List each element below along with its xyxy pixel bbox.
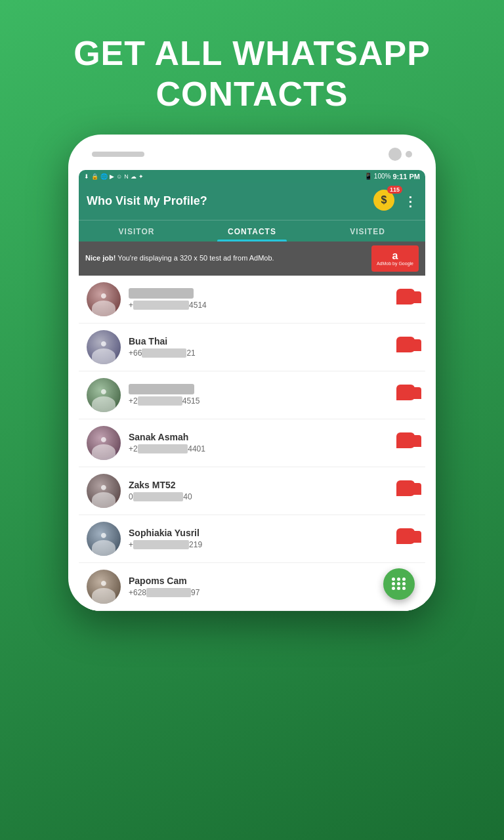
coin-badge[interactable]: $ 115 <box>373 190 397 213</box>
status-time: 9:11 PM <box>392 173 420 180</box>
contact-phone: +██████████4514 <box>129 301 388 310</box>
dial-dot <box>402 578 406 581</box>
bubble-icon <box>396 337 415 352</box>
status-icon-5: ☺ <box>116 173 122 180</box>
chat-icon[interactable] <box>396 432 417 453</box>
contact-info: · Unknown · F · +██████████4514 <box>129 288 388 310</box>
bubble-icon <box>396 385 415 400</box>
tab-contacts-label: CONTACTS <box>228 227 276 236</box>
status-icon-8: ✦ <box>138 173 144 180</box>
avatar-person <box>87 426 121 460</box>
avatar <box>87 570 121 604</box>
status-icon-2: 🔒 <box>91 173 98 180</box>
avatar <box>87 426 121 460</box>
toolbar-right: $ 115 ⋮ <box>373 190 417 213</box>
chat-icon[interactable] <box>396 385 417 406</box>
avatar-person <box>87 330 121 364</box>
bubble-icon <box>396 480 415 496</box>
tab-contacts[interactable]: CONTACTS <box>194 220 310 242</box>
list-item[interactable]: Sanak Asmah +2█████████4401 <box>79 419 425 467</box>
list-item[interactable]: Papoms Cam +628████████97 <box>79 563 425 611</box>
dial-dot <box>397 582 400 585</box>
list-item[interactable]: Sophiakia Yusril +██████████219 <box>79 515 425 563</box>
contact-phone: +628████████97 <box>129 588 388 597</box>
bubble-icon <box>396 432 415 448</box>
contact-name: Papoms Cam <box>129 576 388 586</box>
admob-logo: a AdMob by Google <box>371 245 419 272</box>
status-right: 📱 100% 9:11 PM <box>364 173 420 180</box>
contact-phone: 0█████████40 <box>129 492 388 501</box>
list-item[interactable]: Zaks MT52 0█████████40 <box>79 467 425 515</box>
contact-info: Bua Thai +66████████21 <box>129 336 388 358</box>
contact-name: · Unknown · F · <box>129 288 388 299</box>
screen: ⬇ 🔒 🌐 ▶ ☺ N ☁ ✦ 📱 100% 9:11 PM Who Visit… <box>79 170 425 611</box>
phone-mockup: ⬇ 🔒 🌐 ▶ ☺ N ☁ ✦ 📱 100% 9:11 PM Who Visit… <box>68 135 436 611</box>
avatar <box>87 378 121 412</box>
admob-letter: a <box>392 251 398 261</box>
more-menu-button[interactable]: ⋮ <box>404 194 417 209</box>
dial-dot <box>402 582 406 585</box>
headline-line2: CONTACTS <box>156 75 348 113</box>
phone-speaker <box>92 152 144 157</box>
avatar <box>87 330 121 364</box>
chat-icon[interactable] <box>396 480 417 501</box>
status-bar: ⬇ 🔒 🌐 ▶ ☺ N ☁ ✦ 📱 100% 9:11 PM <box>79 170 425 183</box>
ad-text: Nice job! You're displaying a 320 x 50 t… <box>85 253 366 263</box>
contact-info: · Unknown · B · +2████████4515 <box>129 384 388 406</box>
app-title: Who Visit My Profile? <box>87 194 207 208</box>
dial-dot <box>397 578 400 581</box>
contact-name: Zaks MT52 <box>129 480 388 490</box>
list-item[interactable]: Bua Thai +66████████21 <box>79 324 425 371</box>
dial-dot <box>392 587 395 590</box>
status-icon-7: ☁ <box>131 173 136 180</box>
avatar <box>87 474 121 508</box>
chat-icon[interactable] <box>396 289 417 310</box>
status-left-icons: ⬇ 🔒 🌐 ▶ ☺ N ☁ ✦ <box>84 173 144 180</box>
contact-info: Sanak Asmah +2█████████4401 <box>129 432 388 453</box>
dial-dot <box>397 587 400 590</box>
status-icon-4: ▶ <box>110 173 114 180</box>
avatar-person <box>87 474 121 508</box>
tab-visitor-label: VISITOR <box>119 227 155 236</box>
contact-name: · Unknown · B · <box>129 384 388 394</box>
badge-count: 115 <box>387 186 402 194</box>
status-icon-6: N <box>124 173 129 180</box>
list-item[interactable]: · Unknown · F · +██████████4514 <box>79 276 425 324</box>
contact-phone: +2█████████4401 <box>129 444 388 453</box>
contact-name: Sanak Asmah <box>129 432 388 442</box>
chat-icon[interactable] <box>396 337 417 358</box>
contact-phone: +2████████4515 <box>129 396 388 406</box>
dial-pad-icon <box>392 578 406 590</box>
contact-phone: +██████████219 <box>129 540 388 549</box>
app-toolbar: Who Visit My Profile? $ 115 ⋮ <box>79 183 425 220</box>
headline-line1: GET ALL WHATSAPP <box>74 34 430 72</box>
tab-bar: VISITOR CONTACTS VISITED <box>79 220 425 242</box>
battery-icon: 📱 <box>364 173 372 180</box>
avatar-person <box>87 522 121 556</box>
bubble-icon <box>396 528 415 544</box>
list-item[interactable]: · Unknown · B · +2████████4515 <box>79 371 425 419</box>
fab-dial-button[interactable] <box>383 568 415 600</box>
tab-visited[interactable]: VISITED <box>310 220 425 242</box>
status-icon-1: ⬇ <box>84 173 89 180</box>
contact-list-container: · Unknown · F · +██████████4514 <box>79 276 425 611</box>
bubble-icon <box>396 289 415 304</box>
avatar-person <box>87 282 121 316</box>
contact-list: · Unknown · F · +██████████4514 <box>79 276 425 611</box>
contact-name: Bua Thai <box>129 336 388 346</box>
avatar <box>87 282 121 316</box>
contact-info: Sophiakia Yusril +██████████219 <box>129 528 388 549</box>
contact-info: Papoms Cam +628████████97 <box>129 576 388 597</box>
page-headline: GET ALL WHATSAPP CONTACTS <box>74 33 430 115</box>
contact-info: Zaks MT52 0█████████40 <box>129 480 388 501</box>
dial-dot <box>392 578 395 581</box>
chat-icon[interactable] <box>396 528 417 549</box>
phone-top-bar <box>79 148 425 170</box>
contact-name: Sophiakia Yusril <box>129 528 388 538</box>
avatar-person <box>87 378 121 412</box>
tab-visitor[interactable]: VISITOR <box>79 220 194 242</box>
dial-dot <box>392 582 395 585</box>
battery-percent: 100% <box>374 173 391 180</box>
ad-banner: Nice job! You're displaying a 320 x 50 t… <box>79 242 425 276</box>
avatar-person <box>87 570 121 604</box>
